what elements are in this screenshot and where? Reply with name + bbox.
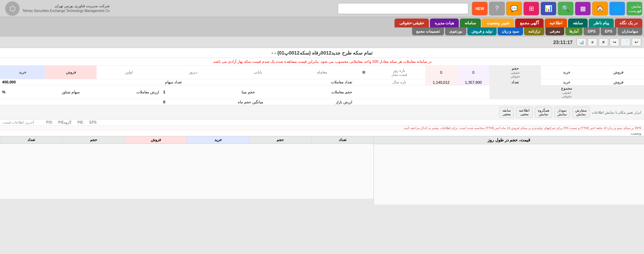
show-list-button[interactable]: نمایش فهرست [626,2,642,15]
status-row: وضعیت [0,130,644,136]
main-content: فروش خرید حجم حقیقی حقوقی 0 0 بازه روز ق… [0,66,644,136]
trade-count-area: تعداد معاملات تعداد سهام 400,000 [0,79,354,85]
page-title: تمام سکه طرح جدید0012رفاه (سکه0012پ01) -… [0,48,644,58]
ob-volume2-header: حجم [249,136,311,143]
buy-header: خرید [0,66,45,79]
chart-canvas [374,144,644,199]
table-button[interactable]: ▦ [575,2,591,15]
back-button[interactable]: ↩ [632,38,641,46]
toolbar: ↩ 📄 ↪ ✕ ≡ 📊 23:11:17 [0,37,644,48]
ob-count2-header: تعداد [311,136,374,143]
nav-item-pnl[interactable]: سود و زیان [498,27,523,35]
show-list-label: نمایش فهرست [628,4,641,13]
nav-item-news[interactable]: اطلاعیه [545,19,567,27]
eps-description: EPS بر مبنای سود و زیان 12 ماهه اخیر (TT… [0,125,644,130]
yearly-label: بازه سال [374,79,425,85]
opening-label: اولین [97,66,161,79]
help-button[interactable]: ? [489,2,505,15]
search-area [113,3,468,14]
nav-item-decisions[interactable]: تصمیمات مجمع [412,27,444,35]
order-book-body [0,144,374,199]
globe-button[interactable]: 🌐 [609,2,625,15]
message-button[interactable]: 💬 [506,2,522,15]
yearly-buy-val: 1,357,900 [457,79,490,85]
company-name-fa: شرکت مدیریت فناوری بورس تهران [22,3,110,9]
nav-item-production[interactable]: تولید و فروش [467,27,497,35]
nav-item-agm[interactable]: آگهی مجمع [515,19,544,27]
tool-group[interactable]: همگروهنمایش [535,107,552,118]
tool-chart[interactable]: نمودارنمایش [554,107,570,118]
search-input[interactable] [338,3,468,14]
group-pe-label: :گروهP/E [58,120,72,124]
nav-item-supervisor[interactable]: پیام ناظر [589,19,614,27]
nav-buttons: نمایش فهرست 🌐 🏠 ▦ 🔍 📊 ⊞ 💬 ? NEW [472,2,642,15]
close-button[interactable]: ✕ [599,38,608,46]
chart-button[interactable]: 📊 [541,2,556,15]
tools-section: ابزار تغییر مکان با نمایش اطلاعات سفارشن… [0,105,644,119]
trade-value-label: ارزش معاملات [136,90,159,94]
nav-item-dps[interactable]: DPS [584,27,600,35]
float-shares-label: سهام شناور [62,90,80,94]
status-label: وضعیت [631,131,641,135]
trade-volume-area: حجم معاملات حجم مبنا 1 [161,85,354,99]
tool-history[interactable]: سابقهمخفی [499,107,514,118]
nav-item-balance[interactable]: ترازنامه [524,27,544,35]
shares-count-val: 400,000 [2,80,16,84]
nav-item-legal[interactable]: حقیقی-حقوقی [395,19,429,27]
menu-button[interactable]: ≡ [588,38,597,46]
nav-item-look[interactable]: در یک نگاه [615,19,642,27]
ob-buy-header: خرید [187,136,249,143]
nav-item-stats[interactable]: آمارها [565,27,582,35]
stats-button[interactable]: 📊 [577,38,586,46]
forward-button[interactable]: ↪ [610,38,619,46]
buy-count-label: خرید [541,79,592,85]
range-daily-buy: 0 [457,66,490,79]
new-button[interactable]: NEW [472,2,488,15]
yearly-sell-val: 1,140,012 [425,79,457,85]
final-label: پایانی [225,66,290,79]
yesterday-label: دیروز [161,66,225,79]
total-label: مجموع حقیقی حقوقی [489,85,644,99]
ps-label: :P/S [46,120,53,124]
sell-count-label: فروش [592,79,644,85]
nav-menu-row1: در یک نگاه پیام ناظر سابقه اطلاعیه آگهی … [0,17,644,27]
sell-header: فروش [45,66,97,79]
tool-search[interactable]: سفارشنمایش [572,107,590,118]
nav-item-board[interactable]: هیات مدیره [430,19,459,27]
company-info: شرکت مدیریت فناوری بورس تهران Tehran Sec… [22,3,110,13]
base-volume-val: 1 [163,90,165,94]
nav-item-status-change[interactable]: تغییر وضعیت [482,19,514,27]
copy-button[interactable]: 📄 [621,38,630,46]
home-button[interactable]: 🏠 [592,2,608,15]
latest-price-label: آخرین اطلاعات قیمت [3,120,34,124]
avg-vol-val: 0 [163,100,165,104]
nav-item-intro[interactable]: معرفی [545,27,564,35]
base-volume-label: حجم مبنا [242,90,255,94]
company-info-area: شرکت مدیریت فناوری بورس تهران Tehran Sec… [5,1,110,16]
market-value-area: ارزش بازار میانگین حجم ماه 0 [161,99,354,105]
nav-item-history[interactable]: سابقه [568,19,588,27]
nav-item-portfolio[interactable]: بورتفوی [445,27,466,35]
nav-item-shareholders[interactable]: سهامداران [618,27,642,35]
eps-row: :EPS :P/E :گروهP/E :P/S آخرین اطلاعات قی… [0,119,644,125]
chart-title: قیمت، حجم در طول روز [374,136,644,144]
range-icon: ⊞ [354,66,374,79]
avg-vol-label: میانگین حجم ماه [238,100,263,104]
nav-item-system[interactable]: سامانه [460,19,481,27]
trade-label: معامله [290,66,354,79]
tool-news[interactable]: اطلاعیهمخفی [516,107,533,118]
logo-icon: ⬡ [10,4,15,13]
pe-label: :P/E [77,120,84,124]
ob-volume-header: حجم [62,136,124,143]
volume-label: حجم حقیقی حقوقی [489,66,541,79]
shares-count-label: تعداد سهام [165,80,182,84]
market-value-label: ارزش بازار [336,100,352,104]
float-shares-val: % [2,90,5,94]
time-display: 23:11:17 [553,39,573,45]
nav-item-eps[interactable]: EPS [601,27,617,35]
search-nav-button[interactable]: 🔍 [558,2,574,15]
grid-button[interactable]: ⊞ [523,2,539,15]
order-book-header: تعداد حجم خرید فروش حجم تعداد [0,136,374,144]
ob-sell-header: فروش [124,136,187,143]
company-logo: ⬡ [5,1,20,16]
